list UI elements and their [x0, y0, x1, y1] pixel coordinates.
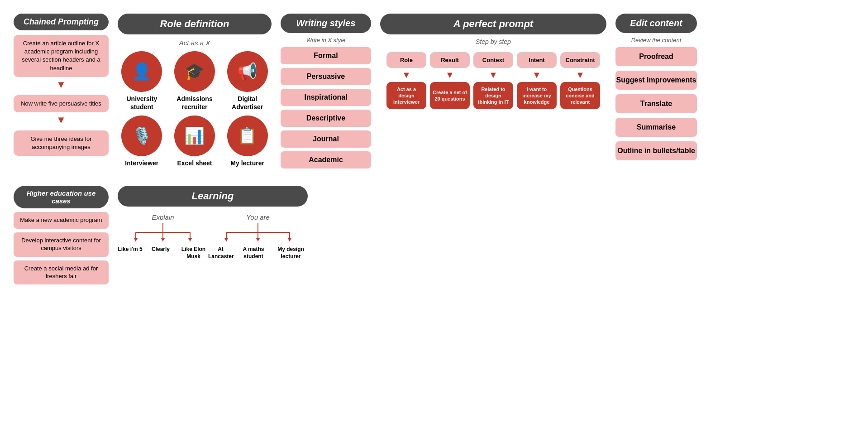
prompt-element-constraint: Constraint ▼ Questions concise and relev…	[560, 52, 600, 109]
prompt-elements-row: Role ▼ Act as a design interviewer Resul…	[380, 52, 606, 109]
prompt-element-context: Context ▼ Related to design thinking in …	[473, 52, 513, 109]
style-btn-academic[interactable]: Academic	[281, 151, 371, 169]
prompt-arrow-intent: ▼	[532, 70, 541, 80]
role-circle-interviewer: 🎙️	[121, 116, 162, 156]
style-btn-journal[interactable]: Journal	[281, 130, 371, 148]
svg-marker-6	[161, 238, 165, 241]
chain-box-3: Give me three ideas for accompanying ima…	[14, 130, 109, 156]
chain-box-2: Now write five persuasive titles	[14, 95, 109, 112]
style-btn-inspirational[interactable]: Inspirational	[281, 89, 371, 106]
edit-content-header: Edit content	[615, 14, 697, 33]
prompt-subtitle: Step by step	[380, 38, 606, 45]
edit-btn-translate[interactable]: Translate	[615, 94, 697, 113]
role-subtitle: Act as a X	[118, 39, 272, 47]
style-btn-formal[interactable]: Formal	[281, 47, 371, 64]
role-circle-lecturer: 📋	[227, 116, 268, 156]
role-definition-header: Role definition	[118, 14, 272, 34]
role-item-excel[interactable]: 📊 Excel sheet	[171, 116, 219, 167]
style-btn-descriptive[interactable]: Descriptive	[281, 110, 371, 127]
prompt-element-intent: Intent ▼ I want to increase my knowledge	[517, 52, 557, 109]
use-case-btn-program[interactable]: Make a new academic program	[14, 212, 109, 229]
prompt-top-result: Result	[430, 52, 470, 68]
chain-box-1: Create an article outline for X academic…	[14, 35, 109, 77]
role-item-digital[interactable]: 📢 Digital Advertiser	[223, 51, 272, 111]
prompt-top-role: Role	[386, 52, 426, 68]
writing-styles-section: Writing styles Write in X style Formal P…	[281, 14, 371, 172]
explain-tree-svg	[122, 223, 204, 246]
prompt-top-intent: Intent	[517, 52, 557, 68]
explain-label: Explain	[152, 213, 174, 221]
role-circle-digital: 📢	[227, 51, 268, 92]
writing-subtitle: Write in X style	[281, 37, 371, 43]
you-are-item-2: A maths student	[239, 246, 268, 260]
chained-prompting-header: Chained Prompting	[14, 14, 109, 30]
role-label-excel: Excel sheet	[177, 159, 212, 167]
prompt-element-role: Role ▼ Act as a design interviewer	[386, 52, 426, 109]
prompt-bottom-context: Related to design thinking in IT	[473, 82, 513, 109]
prompt-arrow-constraint: ▼	[576, 70, 585, 80]
prompt-arrow-context: ▼	[489, 70, 498, 80]
edit-content-section: Edit content Review the content Proofrea…	[615, 14, 697, 165]
you-are-label: You are	[246, 213, 270, 221]
svg-marker-15	[288, 238, 291, 241]
edit-subtitle: Review the content	[615, 37, 697, 43]
prompt-bottom-intent: I want to increase my knowledge	[517, 82, 557, 109]
use-case-btn-content[interactable]: Develop interactive content for campus v…	[14, 232, 109, 257]
prompt-bottom-result: Create a set of 20 questions	[430, 82, 470, 109]
explain-item-1: Like i'm 5	[118, 246, 143, 260]
explain-item-3: Like Elon Musk	[179, 246, 208, 260]
explain-item-2: Clearly	[148, 246, 173, 260]
svg-marker-7	[188, 238, 192, 241]
prompt-element-result: Result ▼ Create a set of 20 questions	[430, 52, 470, 109]
svg-marker-13	[224, 238, 228, 241]
edit-btn-summarise[interactable]: Summarise	[615, 118, 697, 137]
role-circle-admissions: 🎓	[174, 51, 215, 92]
you-are-item-1: At Lancaster	[208, 246, 233, 260]
writing-styles-header: Writing styles	[281, 14, 371, 33]
higher-ed-section: Higher education use cases Make a new ac…	[14, 186, 109, 284]
higher-ed-header: Higher education use cases	[14, 186, 109, 208]
svg-marker-5	[134, 238, 138, 241]
you-are-tree-svg	[213, 223, 303, 246]
role-item-interviewer[interactable]: 🎙️ Interviewer	[118, 116, 166, 167]
use-case-btn-social[interactable]: Create a social media ad for freshers fa…	[14, 260, 109, 285]
chain-arrow-2: ▼	[14, 114, 109, 126]
style-btn-persuasive[interactable]: Persuasive	[281, 68, 371, 85]
learning-header: Learning	[118, 186, 308, 207]
svg-marker-14	[256, 238, 260, 241]
role-icons-grid: 👤 University student 🎓 Admissions recrui…	[118, 51, 272, 168]
edit-btn-suggest[interactable]: Suggest improvements	[615, 71, 697, 90]
prompt-arrow-result: ▼	[445, 70, 454, 80]
prompt-bottom-constraint: Questions concise and relevant	[560, 82, 600, 109]
chained-prompting-section: Chained Prompting Create an article outl…	[14, 14, 109, 156]
learning-section: Learning Explain Like i'm 5	[118, 186, 308, 260]
role-label-university: University student	[118, 95, 166, 111]
role-item-admissions[interactable]: 🎓 Admissions recruiter	[171, 51, 219, 111]
perfect-prompt-header: A perfect prompt	[380, 14, 606, 34]
you-are-item-3: My design lecturer	[274, 246, 308, 260]
perfect-prompt-section: A perfect prompt Step by step Role ▼ Act…	[380, 14, 606, 109]
edit-btn-proofread[interactable]: Proofread	[615, 47, 697, 66]
role-item-university[interactable]: 👤 University student	[118, 51, 166, 111]
prompt-top-constraint: Constraint	[560, 52, 600, 68]
role-label-lecturer: My lecturer	[230, 159, 264, 167]
role-label-admissions: Admissions recruiter	[171, 95, 219, 111]
role-label-interviewer: Interviewer	[125, 159, 158, 167]
prompt-arrow-role: ▼	[402, 70, 411, 80]
role-circle-excel: 📊	[174, 116, 215, 156]
edit-btn-outline[interactable]: Outline in bullets/table	[615, 141, 697, 160]
role-definition-section: Role definition Act as a X 👤 University …	[118, 14, 272, 168]
prompt-bottom-role: Act as a design interviewer	[386, 82, 426, 109]
role-circle-university: 👤	[121, 51, 162, 92]
role-item-lecturer[interactable]: 📋 My lecturer	[223, 116, 272, 167]
role-label-digital: Digital Advertiser	[223, 95, 272, 111]
prompt-top-context: Context	[473, 52, 513, 68]
chain-arrow-1: ▼	[14, 79, 109, 91]
